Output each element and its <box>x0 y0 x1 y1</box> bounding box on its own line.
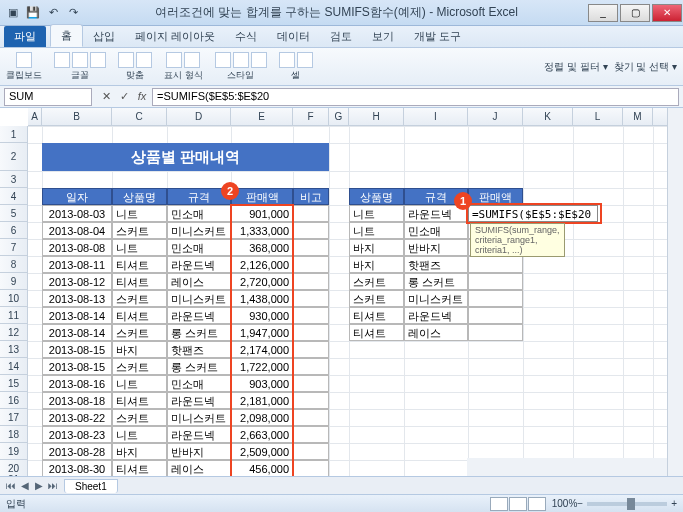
cell[interactable]: 니트 <box>112 375 167 392</box>
view-pagelayout[interactable] <box>509 497 527 511</box>
cell[interactable]: 니트 <box>349 222 404 239</box>
cell[interactable] <box>468 273 523 290</box>
row-header[interactable]: 11 <box>0 307 28 324</box>
cell[interactable] <box>468 324 523 341</box>
tab-developer[interactable]: 개발 도구 <box>404 26 471 47</box>
merge-icon[interactable] <box>136 52 152 68</box>
cell[interactable]: 2013-08-14 <box>42 307 112 324</box>
row-header[interactable]: 1 <box>0 126 28 143</box>
cell[interactable] <box>468 307 523 324</box>
align-icon[interactable] <box>118 52 134 68</box>
cell[interactable] <box>293 392 329 409</box>
find-select-button[interactable]: 찾기 및 선택 ▾ <box>614 60 677 74</box>
tab-insert[interactable]: 삽입 <box>83 26 125 47</box>
col-header[interactable]: M <box>623 108 653 125</box>
tab-data[interactable]: 데이터 <box>267 26 320 47</box>
row-header[interactable]: 14 <box>0 358 28 375</box>
close-button[interactable]: ✕ <box>652 4 682 22</box>
cell[interactable]: 2013-08-16 <box>42 375 112 392</box>
cell[interactable]: 2,720,000 <box>231 273 293 290</box>
cell[interactable] <box>293 443 329 460</box>
cell[interactable] <box>293 273 329 290</box>
zoom-out[interactable]: − <box>577 498 583 509</box>
cell[interactable]: 스커트 <box>112 290 167 307</box>
row-header[interactable]: 5 <box>0 205 28 222</box>
row-header[interactable]: 16 <box>0 392 28 409</box>
row-header[interactable]: 10 <box>0 290 28 307</box>
cell[interactable]: 티셔트 <box>112 392 167 409</box>
enter-formula-icon[interactable]: ✓ <box>116 90 132 103</box>
cell[interactable]: 1,722,000 <box>231 358 293 375</box>
cell[interactable] <box>293 290 329 307</box>
cell[interactable]: 2013-08-14 <box>42 324 112 341</box>
zoom-slider[interactable] <box>587 502 667 506</box>
row-header[interactable]: 6 <box>0 222 28 239</box>
table-header[interactable]: 일자 <box>42 188 112 205</box>
cell[interactable]: 바지 <box>112 341 167 358</box>
fx-icon[interactable]: fx <box>134 90 150 103</box>
cell[interactable] <box>293 341 329 358</box>
cellstyle-icon[interactable] <box>251 52 267 68</box>
sheet-tab-1[interactable]: Sheet1 <box>64 479 118 493</box>
cell[interactable]: 2013-08-04 <box>42 222 112 239</box>
col-header[interactable]: D <box>167 108 231 125</box>
cell[interactable]: 2,174,000 <box>231 341 293 358</box>
minimize-button[interactable]: _ <box>588 4 618 22</box>
percent-icon[interactable] <box>184 52 200 68</box>
cell[interactable]: 니트 <box>112 426 167 443</box>
cell[interactable] <box>293 222 329 239</box>
paste-icon[interactable] <box>16 52 32 68</box>
cell[interactable] <box>293 307 329 324</box>
cell[interactable]: 미니스커트 <box>167 290 231 307</box>
col-header[interactable]: C <box>112 108 167 125</box>
view-pagebreak[interactable] <box>528 497 546 511</box>
font-icon[interactable] <box>54 52 70 68</box>
row-header[interactable]: 2 <box>0 143 28 171</box>
cell[interactable]: 368,000 <box>231 239 293 256</box>
cell[interactable]: 반바지 <box>167 443 231 460</box>
col-header[interactable]: K <box>523 108 573 125</box>
cell[interactable]: 라운드넥 <box>167 307 231 324</box>
cell[interactable]: 스커트 <box>349 273 404 290</box>
cell[interactable]: 2013-08-28 <box>42 443 112 460</box>
cell[interactable]: 2013-08-15 <box>42 341 112 358</box>
cell[interactable]: 반바지 <box>404 239 468 256</box>
cell[interactable]: 민소매 <box>167 205 231 222</box>
undo-icon[interactable]: ↶ <box>44 4 62 22</box>
cell[interactable]: 2,181,000 <box>231 392 293 409</box>
table-header[interactable]: 비고 <box>293 188 329 205</box>
col-header[interactable]: L <box>573 108 623 125</box>
cell[interactable]: 롱 스커트 <box>404 273 468 290</box>
tab-home[interactable]: 홈 <box>50 24 83 47</box>
cell[interactable]: 미니스커트 <box>167 409 231 426</box>
cell[interactable]: 라운드넥 <box>167 256 231 273</box>
cell[interactable]: 민소매 <box>167 239 231 256</box>
cell[interactable]: 핫팬즈 <box>167 341 231 358</box>
col-header[interactable]: A <box>28 108 42 125</box>
cell[interactable]: 2,098,000 <box>231 409 293 426</box>
cell[interactable] <box>293 205 329 222</box>
row-header[interactable]: 4 <box>0 188 28 205</box>
cell[interactable] <box>293 358 329 375</box>
maximize-button[interactable]: ▢ <box>620 4 650 22</box>
cell[interactable]: 롱 스커트 <box>167 358 231 375</box>
name-box[interactable]: SUM <box>4 88 92 106</box>
cell[interactable]: 2013-08-30 <box>42 460 112 477</box>
row-header[interactable]: 9 <box>0 273 28 290</box>
row-header[interactable]: 15 <box>0 375 28 392</box>
cell[interactable]: 2013-08-23 <box>42 426 112 443</box>
sort-filter-button[interactable]: 정렬 및 필터 ▾ <box>544 60 607 74</box>
row-header[interactable]: 13 <box>0 341 28 358</box>
row-header[interactable]: 12 <box>0 324 28 341</box>
row-header[interactable]: 7 <box>0 239 28 256</box>
tab-pagelayout[interactable]: 페이지 레이아웃 <box>125 26 225 47</box>
cell[interactable]: 티셔트 <box>112 307 167 324</box>
scrollbar-h[interactable] <box>467 458 667 476</box>
cancel-formula-icon[interactable]: ✕ <box>98 90 114 103</box>
cell[interactable]: 1,438,000 <box>231 290 293 307</box>
cell[interactable]: 핫팬즈 <box>404 256 468 273</box>
col-header[interactable]: G <box>329 108 349 125</box>
cell[interactable]: 니트 <box>349 205 404 222</box>
cell[interactable]: 티셔트 <box>349 324 404 341</box>
scrollbar-v[interactable] <box>667 108 683 476</box>
